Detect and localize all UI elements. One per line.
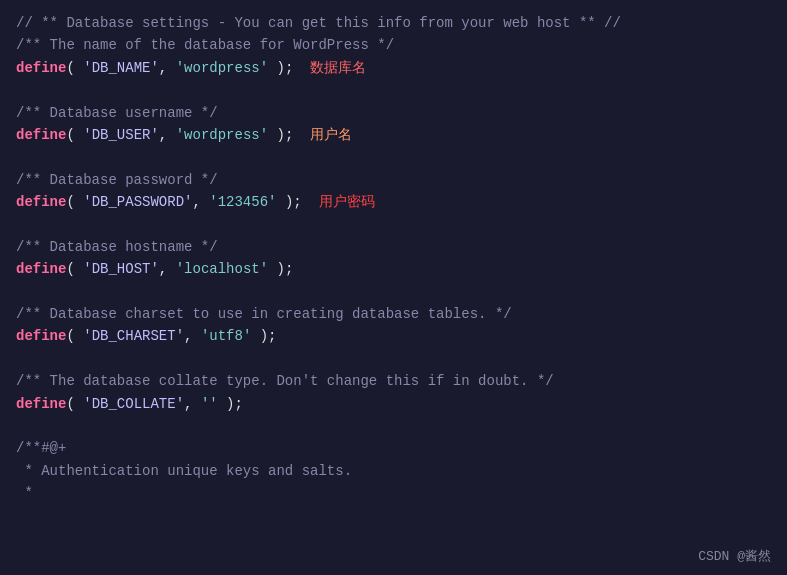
code-line: /** Database username */ xyxy=(16,102,771,124)
code-token: define xyxy=(16,261,66,277)
code-token: ); xyxy=(251,328,276,344)
code-token: ( xyxy=(66,328,83,344)
code-token: define xyxy=(16,127,66,143)
code-token: ); xyxy=(268,60,310,76)
code-token: 'DB_USER' xyxy=(83,127,159,143)
code-token: ( xyxy=(66,60,83,76)
code-line: /** Database charset to use in creating … xyxy=(16,303,771,325)
code-token: ); xyxy=(276,194,318,210)
code-empty-line xyxy=(16,214,771,236)
code-token: define xyxy=(16,328,66,344)
code-empty-line xyxy=(16,281,771,303)
code-token: ); xyxy=(268,127,310,143)
code-token: '' xyxy=(201,396,218,412)
code-empty-line xyxy=(16,79,771,101)
code-token: '123456' xyxy=(209,194,276,210)
code-empty-line xyxy=(16,348,771,370)
code-token: , xyxy=(184,328,201,344)
code-token: ( xyxy=(66,396,83,412)
code-token: 'DB_HOST' xyxy=(83,261,159,277)
watermark: CSDN @酱然 xyxy=(698,547,771,565)
code-line: define( 'DB_USER', 'wordpress' ); 用户名 xyxy=(16,124,771,146)
code-line: define( 'DB_NAME', 'wordpress' ); 数据库名 xyxy=(16,57,771,79)
code-empty-line xyxy=(16,415,771,437)
code-token: // ** Database settings - You can get th… xyxy=(16,15,621,31)
code-token: define xyxy=(16,396,66,412)
code-line: /** The name of the database for WordPre… xyxy=(16,34,771,56)
code-token: ); xyxy=(268,261,293,277)
code-token: , xyxy=(192,194,209,210)
code-line: // ** Database settings - You can get th… xyxy=(16,12,771,34)
code-token: 'utf8' xyxy=(201,328,251,344)
code-token: /** Database password */ xyxy=(16,172,218,188)
code-token: /** Database username */ xyxy=(16,105,218,121)
code-line: * xyxy=(16,482,771,504)
code-token: * Authentication unique keys and salts. xyxy=(16,463,352,479)
code-token: /** Database charset to use in creating … xyxy=(16,306,512,322)
code-token: define xyxy=(16,60,66,76)
code-token: 'wordpress' xyxy=(176,127,268,143)
code-token: ( xyxy=(66,261,83,277)
code-token: 'DB_COLLATE' xyxy=(83,396,184,412)
code-token: * xyxy=(16,485,33,501)
code-line: define( 'DB_HOST', 'localhost' ); xyxy=(16,258,771,280)
code-block: // ** Database settings - You can get th… xyxy=(0,0,787,575)
code-token: , xyxy=(159,127,176,143)
code-line: /** Database password */ xyxy=(16,169,771,191)
code-token: 'wordpress' xyxy=(176,60,268,76)
code-token: 用户名 xyxy=(310,127,352,143)
code-token: 'DB_NAME' xyxy=(83,60,159,76)
code-token: /** The name of the database for WordPre… xyxy=(16,37,394,53)
code-token: /** The database collate type. Don't cha… xyxy=(16,373,554,389)
code-token: 用户密码 xyxy=(319,194,375,210)
code-token: 数据库名 xyxy=(310,60,366,76)
code-empty-line xyxy=(16,146,771,168)
code-token: ( xyxy=(66,127,83,143)
code-line: * Authentication unique keys and salts. xyxy=(16,460,771,482)
code-token: , xyxy=(184,396,201,412)
code-token: ( xyxy=(66,194,83,210)
code-token: 'DB_CHARSET' xyxy=(83,328,184,344)
code-line: define( 'DB_COLLATE', '' ); xyxy=(16,393,771,415)
code-token: , xyxy=(159,261,176,277)
code-line: /** The database collate type. Don't cha… xyxy=(16,370,771,392)
code-line: /** Database hostname */ xyxy=(16,236,771,258)
code-token: , xyxy=(159,60,176,76)
code-token: 'localhost' xyxy=(176,261,268,277)
code-line: define( 'DB_PASSWORD', '123456' ); 用户密码 xyxy=(16,191,771,213)
code-line: /**#@+ xyxy=(16,437,771,459)
code-token: /** Database hostname */ xyxy=(16,239,218,255)
code-token: /**#@+ xyxy=(16,440,66,456)
code-token: 'DB_PASSWORD' xyxy=(83,194,192,210)
code-line: define( 'DB_CHARSET', 'utf8' ); xyxy=(16,325,771,347)
code-token: define xyxy=(16,194,66,210)
code-token: ); xyxy=(218,396,243,412)
